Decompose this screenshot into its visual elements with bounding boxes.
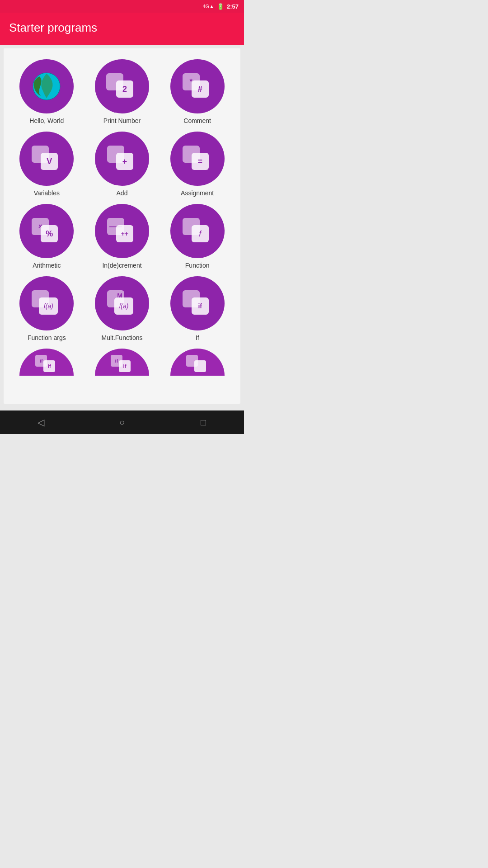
back-button[interactable]: ◁ <box>32 413 50 431</box>
time: 2:57 <box>227 3 239 10</box>
if-icon: if <box>182 290 213 316</box>
function-icon: f <box>182 218 213 244</box>
item-circle: —— ++ <box>95 204 149 258</box>
list-item[interactable] <box>161 347 233 377</box>
page-title: Starter programs <box>9 21 97 34</box>
list-item[interactable]: —— ++ In(de)crement <box>86 202 158 271</box>
item-label: Function args <box>28 334 66 341</box>
item-label: In(de)crement <box>102 262 141 269</box>
item-label: Print Number <box>103 117 141 124</box>
item-label: Mult.Functions <box>101 334 142 341</box>
arithmetic-icon: × % <box>31 218 62 244</box>
item-label: Hello, World <box>29 117 64 124</box>
item-label: Comment <box>183 117 211 124</box>
item-circle: if <box>170 276 225 330</box>
list-item[interactable]: f Function <box>161 202 233 271</box>
mult-functions-icon: M f(a) <box>106 290 138 316</box>
indecrement-icon: —— ++ <box>106 218 138 244</box>
item-label: Function <box>185 262 210 269</box>
list-item[interactable]: × % Arithmetic <box>11 202 83 271</box>
assignment-icon: = <box>182 146 213 172</box>
app-header: Starter programs <box>0 13 244 45</box>
list-item[interactable]: Hello, World <box>11 57 83 126</box>
partial-circle <box>170 349 225 376</box>
item-circle: + <box>95 132 149 186</box>
recents-button[interactable]: □ <box>194 413 212 431</box>
signal-icon: 4G▲ <box>202 4 214 9</box>
home-button[interactable]: ○ <box>113 413 131 431</box>
item-label: Variables <box>34 189 60 197</box>
list-item[interactable]: if If <box>161 274 233 343</box>
item-circle: 2 <box>95 59 149 113</box>
list-item[interactable]: + Add <box>86 130 158 198</box>
list-item[interactable]: = Assignment <box>161 130 233 198</box>
partial-circle: if if <box>19 349 74 376</box>
list-item[interactable]: if if <box>86 347 158 377</box>
item-label: Add <box>117 189 128 197</box>
main-content: Hello, World 2 Print Number * <box>4 48 240 404</box>
item-label: If <box>196 334 199 341</box>
item-circle: * # <box>170 59 225 113</box>
list-item[interactable]: f(a) Function args <box>11 274 83 343</box>
partial-circle: if if <box>95 349 149 376</box>
item-circle: V <box>19 132 74 186</box>
program-grid: Hello, World 2 Print Number * <box>11 57 233 377</box>
list-item[interactable]: V Variables <box>11 130 83 198</box>
list-item[interactable]: * # Comment <box>161 57 233 126</box>
battery-icon: 🔋 <box>217 3 224 10</box>
item-label: Arithmetic <box>33 262 61 269</box>
list-item[interactable]: M f(a) Mult.Functions <box>86 274 158 343</box>
bottom-nav: ◁ ○ □ <box>0 410 244 434</box>
list-item[interactable]: if if <box>11 347 83 377</box>
item-circle <box>19 59 74 113</box>
item-circle: M f(a) <box>95 276 149 330</box>
comment-icon: * # <box>182 73 213 99</box>
status-bar: 4G▲ 🔋 2:57 <box>0 0 244 13</box>
item-label: Assignment <box>181 189 214 197</box>
variables-icon: V <box>31 146 62 172</box>
list-item[interactable]: 2 Print Number <box>86 57 158 126</box>
item-circle: f(a) <box>19 276 74 330</box>
print-number-icon: 2 <box>106 73 138 99</box>
globe-icon <box>30 70 63 103</box>
item-circle: = <box>170 132 225 186</box>
item-circle: × % <box>19 204 74 258</box>
item-circle: f <box>170 204 225 258</box>
add-icon: + <box>106 146 138 172</box>
function-args-icon: f(a) <box>31 290 62 316</box>
